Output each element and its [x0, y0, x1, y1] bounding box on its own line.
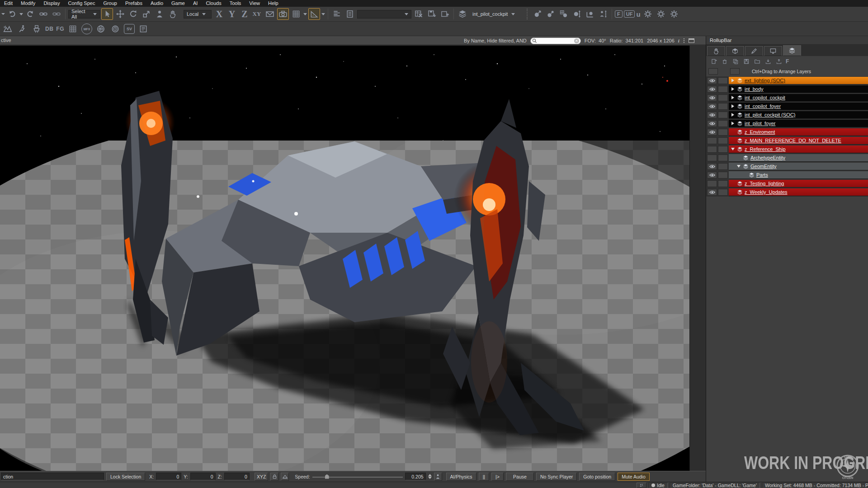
- table-delete-icon[interactable]: [413, 8, 425, 20]
- layer-row[interactable]: z_Reference_Ship: [706, 145, 868, 154]
- layer-name-band[interactable]: ArchetypeEntity: [729, 154, 868, 162]
- info-icon[interactable]: i: [678, 38, 679, 43]
- grid-snap-button[interactable]: [290, 8, 302, 20]
- tab-terrain[interactable]: [726, 46, 744, 56]
- camera-follow-button[interactable]: [277, 8, 289, 20]
- goto-player-icon[interactable]: [434, 473, 442, 481]
- spinner-down-icon[interactable]: [428, 477, 432, 479]
- bottom-button-[interactable]: ||: [479, 473, 489, 481]
- layer-row[interactable]: ext_lighting (SOC): [706, 76, 868, 85]
- open-layer-icon[interactable]: [753, 57, 761, 65]
- layer-visibility-toggle[interactable]: [707, 163, 717, 170]
- undo-history-chevron-icon[interactable]: [19, 13, 23, 15]
- layer-expand-icon[interactable]: [731, 113, 735, 117]
- move-tool-button[interactable]: [114, 8, 126, 20]
- layer-visibility-toggle[interactable]: [707, 155, 717, 161]
- environment-editor-icon[interactable]: [95, 23, 107, 35]
- layer-row[interactable]: int_pilot_cockpit (SOC): [706, 111, 868, 119]
- bottom-button-goto-position[interactable]: Goto position: [579, 473, 615, 481]
- viewport-search-box[interactable]: ✕: [530, 38, 581, 44]
- clear-search-icon[interactable]: ✕: [574, 38, 579, 43]
- current-layer-dropdown[interactable]: int_pilot_cockpit: [470, 10, 523, 19]
- layer-visibility-toggle[interactable]: [707, 146, 717, 153]
- layer-expand-icon[interactable]: [736, 165, 741, 168]
- axis-xy-button[interactable]: XY: [251, 10, 263, 18]
- viewport-3d[interactable]: [0, 46, 689, 471]
- axis-x-button[interactable]: X: [213, 9, 226, 19]
- u-tool-icon[interactable]: u: [636, 10, 641, 18]
- tab-modelling[interactable]: [745, 46, 763, 56]
- layer-expand-icon[interactable]: [731, 104, 735, 108]
- tab-objects[interactable]: [707, 46, 725, 56]
- layer-name-band[interactable]: ext_lighting (SOC): [729, 77, 868, 84]
- unfreeze-button[interactable]: UF: [624, 10, 635, 18]
- bottom-button-pause[interactable]: Pause: [506, 473, 534, 481]
- menu-item-help[interactable]: Help: [264, 0, 283, 7]
- unlink-icon[interactable]: [51, 8, 62, 20]
- angle-snap-chevron-icon[interactable]: [321, 13, 325, 15]
- layer-name-band[interactable]: int_body: [729, 85, 868, 93]
- scale-tool-button[interactable]: [141, 8, 152, 20]
- layer-expand-icon[interactable]: [731, 148, 735, 150]
- speed-spinner[interactable]: [428, 474, 432, 479]
- freeze-layers-button[interactable]: F: [786, 58, 789, 65]
- drop-player-icon[interactable]: [597, 8, 609, 20]
- save-selection-icon[interactable]: [426, 8, 438, 20]
- select-tool-button[interactable]: [101, 8, 113, 20]
- coordinate-system-dropdown[interactable]: Local: [184, 10, 212, 19]
- layer-usable-toggle[interactable]: [718, 94, 728, 101]
- speed-value-field[interactable]: [405, 473, 426, 480]
- duplicate-layer-icon[interactable]: [731, 57, 739, 65]
- lock-axes-icon[interactable]: [270, 473, 278, 481]
- filter-mode-label[interactable]: By Name, Hide filtered, AND: [464, 38, 527, 43]
- tab-layers[interactable]: [783, 45, 801, 56]
- layer-visibility-toggle[interactable]: [707, 129, 717, 136]
- layer-name-band[interactable]: int_pilot_foyer: [729, 120, 868, 127]
- layer-name-band[interactable]: Parts: [729, 171, 868, 179]
- layer-visibility-toggle[interactable]: [707, 112, 717, 118]
- search-input[interactable]: [538, 38, 573, 43]
- layer-usable-toggle[interactable]: [718, 77, 728, 84]
- menu-item-modify[interactable]: Modify: [17, 0, 39, 7]
- menu-item-view[interactable]: View: [245, 0, 264, 7]
- layer-usable-toggle[interactable]: [718, 146, 728, 153]
- layer-row[interactable]: ArchetypeEntity: [706, 154, 868, 162]
- layer-visibility-toggle[interactable]: [707, 180, 717, 187]
- fov-value[interactable]: 40°: [599, 38, 606, 43]
- menu-item-game[interactable]: Game: [167, 0, 189, 7]
- layer-usable-toggle[interactable]: [718, 137, 728, 144]
- layer-name-band[interactable]: z_Weekly_Updates: [729, 188, 868, 196]
- select-object-button[interactable]: [154, 8, 165, 20]
- layer-visibility-toggle[interactable]: [707, 172, 717, 178]
- layer-expand-icon[interactable]: [731, 79, 735, 82]
- visibility-column-header[interactable]: [708, 68, 718, 75]
- dock-handle-icon[interactable]: [683, 38, 685, 43]
- envelope-icon[interactable]: [264, 8, 276, 20]
- chevron-down-icon[interactable]: [1, 13, 5, 15]
- tools-gear-icon[interactable]: [655, 8, 667, 20]
- layer-row[interactable]: int_copilot_foyer: [706, 102, 868, 111]
- speed-slider-handle[interactable]: [325, 474, 329, 479]
- speed-slider[interactable]: [312, 473, 403, 480]
- mannequin-editor-icon[interactable]: [31, 23, 42, 35]
- axis-z-button[interactable]: Z: [238, 9, 251, 19]
- menu-item-display[interactable]: Display: [39, 0, 64, 7]
- tab-display[interactable]: [764, 46, 782, 56]
- menu-item-audio[interactable]: Audio: [146, 0, 167, 7]
- layer-usable-toggle[interactable]: [718, 180, 728, 187]
- smart-objects-button[interactable]: SV: [124, 24, 135, 34]
- particle-editor-icon[interactable]: [109, 23, 121, 35]
- layer-usable-toggle[interactable]: [718, 120, 728, 127]
- list-view-icon[interactable]: [331, 8, 343, 20]
- rollupbar-title[interactable]: RollupBar: [706, 36, 868, 45]
- layer-name-band[interactable]: int_copilot_cockpit: [729, 94, 868, 102]
- dialog-editor-icon[interactable]: [137, 23, 149, 35]
- freeze-button[interactable]: F: [615, 10, 623, 18]
- bottom-button-mute-audio[interactable]: Mute Audio: [618, 473, 650, 481]
- layer-row[interactable]: int_body: [706, 85, 868, 94]
- export-layer-icon[interactable]: [775, 57, 783, 65]
- layer-name-band[interactable]: int_pilot_cockpit (SOC): [729, 111, 868, 119]
- menu-item-ai[interactable]: AI: [189, 0, 202, 7]
- selection-mode-dropdown[interactable]: Select All: [68, 10, 100, 19]
- layer-name-band[interactable]: z_Enviroment: [729, 128, 868, 136]
